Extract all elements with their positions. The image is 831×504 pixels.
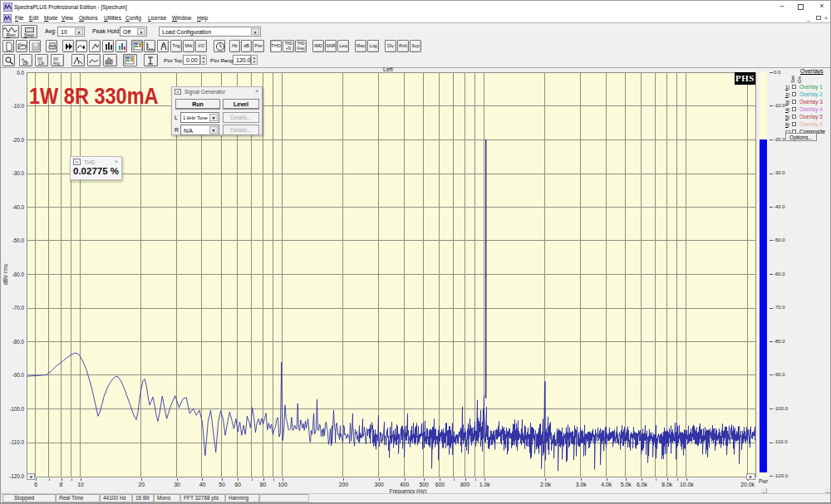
svg-text:12k: 12k xyxy=(22,61,29,66)
svg-text:12k: 12k xyxy=(38,61,45,66)
svg-text:Avg: Avg xyxy=(53,61,60,66)
